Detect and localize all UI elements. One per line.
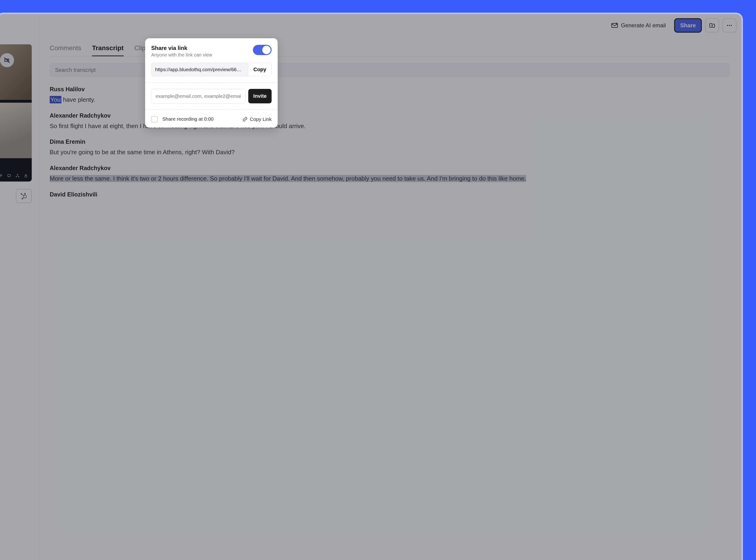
transcript-utterance[interactable]: More or less the same. I think it's two … bbox=[50, 174, 730, 183]
participant-tile bbox=[0, 103, 32, 158]
share-at-timestamp-label: Share recording at 0:00 bbox=[162, 116, 214, 122]
transcript-speaker: Alexander Radchykov bbox=[50, 165, 730, 172]
svg-point-6 bbox=[1, 175, 2, 176]
invite-email-input[interactable] bbox=[151, 89, 245, 103]
hubspot-button[interactable] bbox=[16, 189, 32, 203]
share-at-timestamp-checkbox[interactable] bbox=[151, 116, 158, 122]
generate-ai-email-button[interactable]: Generate AI email bbox=[606, 18, 671, 33]
app-window: Generate AI email Share bbox=[0, 14, 741, 560]
camera-off-badge bbox=[0, 53, 14, 67]
share-popover-subtitle: Anyone with the link can view bbox=[151, 52, 212, 58]
transcript-speaker: Dima Eremin bbox=[50, 138, 730, 145]
svg-point-1 bbox=[727, 25, 728, 26]
video-strip bbox=[0, 14, 40, 560]
share-popover: Share via link Anyone with the link can … bbox=[145, 38, 278, 128]
participant-tile bbox=[0, 44, 32, 100]
lock-icon[interactable] bbox=[24, 174, 28, 178]
share-popover-title: Share via link bbox=[151, 45, 212, 51]
svg-point-2 bbox=[729, 25, 730, 26]
svg-point-13 bbox=[24, 193, 25, 194]
link-icon bbox=[242, 117, 247, 122]
video-controls bbox=[0, 174, 28, 178]
link-share-toggle[interactable] bbox=[253, 45, 272, 55]
add-to-folder-button[interactable] bbox=[705, 18, 719, 33]
transcript-speaker: David Eliozishvili bbox=[50, 191, 730, 198]
more-options-button[interactable] bbox=[722, 18, 736, 33]
share-link-field[interactable]: https://app.bluedothq.com/preview/66… bbox=[152, 63, 248, 76]
tab-comments[interactable]: Comments bbox=[50, 44, 81, 56]
generate-ai-label: Generate AI email bbox=[621, 22, 666, 29]
copy-link-secondary-button[interactable]: Copy Link bbox=[242, 116, 272, 122]
mail-plus-icon bbox=[611, 22, 618, 29]
svg-point-8 bbox=[17, 174, 18, 175]
more-horizontal-icon bbox=[726, 22, 733, 29]
share-button[interactable]: Share bbox=[674, 18, 702, 33]
network-icon[interactable] bbox=[15, 174, 20, 178]
svg-rect-11 bbox=[25, 176, 27, 177]
participants-icon[interactable] bbox=[0, 174, 3, 178]
camera-off-icon bbox=[4, 57, 10, 63]
share-label: Share bbox=[680, 22, 696, 29]
svg-point-5 bbox=[0, 175, 1, 176]
hubspot-icon bbox=[20, 193, 27, 200]
copy-link-secondary-label: Copy Link bbox=[250, 116, 272, 122]
tab-transcript[interactable]: Transcript bbox=[92, 44, 123, 56]
svg-point-3 bbox=[731, 25, 732, 26]
chat-icon[interactable] bbox=[7, 174, 11, 178]
share-at-timestamp-option[interactable]: Share recording at 0:00 bbox=[151, 116, 214, 122]
transcript-utterance[interactable]: But you're going to be at the same time … bbox=[50, 148, 730, 157]
top-toolbar: Generate AI email Share bbox=[606, 18, 736, 33]
copy-link-button[interactable]: Copy bbox=[248, 63, 271, 76]
video-panel bbox=[0, 44, 32, 182]
invite-button[interactable]: Invite bbox=[248, 89, 272, 103]
folder-plus-icon bbox=[709, 22, 715, 29]
svg-rect-7 bbox=[8, 175, 11, 177]
